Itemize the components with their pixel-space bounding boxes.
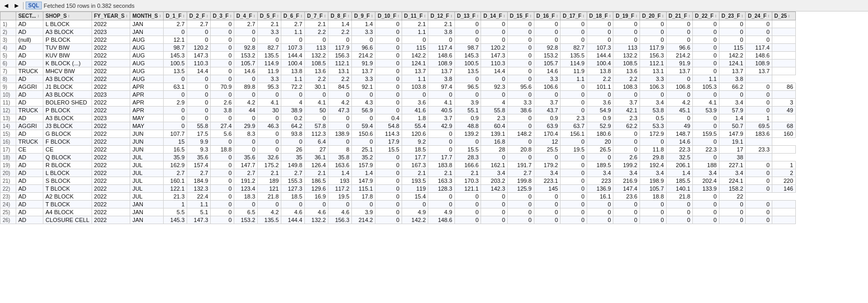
cell-14-21: 156.1 [561, 130, 587, 138]
cell-14-3: 2022 [92, 130, 130, 138]
cell-1-20: 0 [534, 28, 561, 36]
table-row[interactable]: 5)ADKUV BIW2022AUG145.3147.30153.2135.51… [1, 52, 796, 60]
col-header-27[interactable]: D_23_F↕ [719, 12, 746, 20]
col-header-3[interactable]: FY_YEAR_S↕ [92, 12, 130, 20]
cell-23-13: 0 [352, 201, 375, 208]
cell-14-14: 114.3 [375, 130, 402, 138]
table-row[interactable]: 11)ADBOLERO SHED2022APR2.902.64.24.144.1… [1, 99, 796, 107]
table-row[interactable]: 8)ADA3 BLOCK2022AUG00003.31.12.22.23.301… [1, 75, 796, 83]
col-header-2[interactable]: SHOP_S↕ [43, 12, 92, 20]
col-header-4[interactable]: MONTH_S↕ [130, 12, 164, 20]
cell-11-5: 0 [164, 107, 187, 114]
cell-5-6: 110.3 [187, 60, 211, 67]
col-header-6[interactable]: D_2_F↕ [187, 12, 211, 20]
col-header-12[interactable]: D_8_F↕ [328, 12, 352, 20]
col-header-8[interactable]: D_4_F↕ [234, 12, 258, 20]
col-header-14[interactable]: D_10_F↕ [375, 12, 402, 20]
table-row[interactable]: 2)ADA3 BLOCK2023JAN00003.31.12.22.23.301… [1, 28, 796, 36]
table-row[interactable]: 9)AGGRIJ1 BLOCK2022APR63.1070.989.895.37… [1, 83, 796, 91]
cell-5-28: 108.9 [746, 60, 772, 67]
table-row[interactable]: 15)ADG BLOCK2022JUN107.717.55.68.3093.81… [1, 130, 796, 138]
table-row[interactable]: 13)ADA3 BLOCK2023MAY000000.20000.41.83.7… [1, 114, 796, 122]
table-row[interactable]: 16)TRUCKF BLOCK2022JUN159.900006.40017.9… [1, 138, 796, 146]
cell-21-11: 129.6 [305, 185, 328, 193]
cell-0-4: JAN [130, 20, 164, 28]
cell-21-12: 117.2 [328, 185, 352, 193]
cell-23-18: 0 [481, 201, 508, 208]
cell-18-10: 149.8 [281, 161, 305, 169]
col-header-11[interactable]: D_7_F↕ [305, 12, 328, 20]
col-header-22[interactable]: D_18_F↕ [587, 12, 613, 20]
col-header-13[interactable]: D_9_F↕ [352, 12, 375, 20]
table-row[interactable]: 3)(null)P BLOCK2022AUG12.100000000000000… [1, 36, 796, 44]
table-row[interactable]: 19)ADR BLOCK2022JUL162.9157.40147.7175.2… [1, 161, 796, 169]
cell-13-29: 68 [772, 122, 795, 130]
cell-10-11: 4.1 [305, 99, 328, 107]
col-header-7[interactable]: D_3_F↕ [211, 12, 234, 20]
table-row[interactable]: 4)ADTUV BIW2022AUG98.7120.2092.882.7107.… [1, 44, 796, 52]
cell-22-16: 0 [428, 193, 455, 201]
cell-23-5: 1 [164, 201, 187, 208]
forward-icon[interactable]: ▶ [13, 2, 21, 10]
col-header-0[interactable] [1, 12, 16, 20]
cell-20-24: 198.9 [639, 177, 666, 185]
col-header-21[interactable]: D_17_F↕ [561, 12, 587, 20]
cell-25-11: 132.2 [305, 216, 328, 224]
cell-3-19: 0 [508, 44, 534, 52]
table-row[interactable]: 10)ADA3 BLOCK2023APR00000000000000000000… [1, 91, 796, 99]
col-header-10[interactable]: D_6_F↕ [281, 12, 305, 20]
cell-7-11: 2.2 [305, 75, 328, 83]
col-header-20[interactable]: D_16_F↕ [534, 12, 561, 20]
table-row[interactable]: 23)ADA2 BLOCK2022JUL21.322.4018.321.818.… [1, 193, 796, 201]
table-row[interactable]: 21)ADS BLOCK2022JUL160.1184.90191.218915… [1, 177, 796, 185]
table-row[interactable]: 7)TRUCKMHCV BIW2022AUG13.514.4014.611.91… [1, 67, 796, 75]
cell-11-3: 2022 [92, 107, 130, 114]
col-header-23[interactable]: D_19_F↕ [613, 12, 640, 20]
col-header-16[interactable]: D_12_F↕ [428, 12, 455, 20]
table-row[interactable]: 22)ADT BLOCK2022JUL122.1132.30123.412112… [1, 185, 796, 193]
col-header-28[interactable]: D_24_F↕ [746, 12, 772, 20]
table-row[interactable]: 20)ADL BLOCK2022JUL2.72.702.72.12.72.11.… [1, 169, 796, 177]
cell-16-7: 18.8 [211, 146, 234, 154]
cell-12-21: 2.3 [561, 114, 587, 122]
cell-8-0: 9) [1, 83, 16, 91]
cell-22-15: 15.4 [402, 193, 428, 201]
table-row[interactable]: 17)CECE2022JUN16.59.318.8002627825.115.5… [1, 146, 796, 154]
col-header-24[interactable]: D_20_F↕ [639, 12, 666, 20]
cell-14-12: 138.9 [328, 130, 352, 138]
col-header-29[interactable]: D_25↕ [772, 12, 795, 20]
cell-6-2: MHCV BIW [43, 67, 92, 75]
cell-24-28: 0 [746, 208, 772, 216]
col-header-15[interactable]: D_11_F↕ [402, 12, 428, 20]
cell-14-7: 5.6 [211, 130, 234, 138]
table-row[interactable]: 18)ADQ BLOCK2022JUL35.935.6035.632.63536… [1, 154, 796, 161]
cell-6-14: 0 [375, 67, 402, 75]
cell-6-4: AUG [130, 67, 164, 75]
cell-11-25: 45.1 [666, 107, 693, 114]
col-header-1[interactable]: SECT...↕ [16, 12, 43, 20]
table-row[interactable]: 25)ADA4 BLOCK2022JAN5.55.106.54.24.64.64… [1, 208, 796, 216]
table-row[interactable]: 14)AGGRIJ3 BLOCK2022MAY055.827.429.946.3… [1, 122, 796, 130]
col-header-5[interactable]: D_1_F↕ [164, 12, 187, 20]
table-row[interactable]: 24)ADT BLOCK2022JAN11.100000000000000000… [1, 201, 796, 208]
table-row[interactable]: 1)ADL BLOCK2022JAN2.72.702.72.12.72.11.4… [1, 20, 796, 28]
cell-2-6: 0 [187, 36, 211, 44]
cell-5-21: 114.9 [561, 60, 587, 67]
col-header-17[interactable]: D_13_F↕ [454, 12, 481, 20]
cell-11-28: 0 [746, 107, 772, 114]
col-header-19[interactable]: D_15_F↕ [508, 12, 534, 20]
table-row[interactable]: 26)ADCLOSURE CELL2022JAN145.3147.30153.2… [1, 216, 796, 224]
col-header-25[interactable]: D_21_F↕ [666, 12, 693, 20]
cell-14-17: 139.2 [454, 130, 481, 138]
cell-24-15: 4.9 [402, 208, 428, 216]
table-row[interactable]: 6)ADK BLOCK (...)2022AUG100.5110.30105.7… [1, 60, 796, 67]
table-row[interactable]: 12)TRUCKP BLOCK2022APR003.8443038.95047.… [1, 107, 796, 114]
cell-12-5: 0 [164, 114, 187, 122]
col-header-9[interactable]: D_5_F↕ [258, 12, 281, 20]
cell-18-6: 157.4 [187, 161, 211, 169]
back-icon[interactable]: ◀ [2, 2, 10, 10]
cell-20-22: 223 [587, 177, 613, 185]
col-header-26[interactable]: D_22_F↕ [693, 12, 719, 20]
cell-10-10: 4 [281, 99, 305, 107]
col-header-18[interactable]: D_14_F↕ [481, 12, 508, 20]
